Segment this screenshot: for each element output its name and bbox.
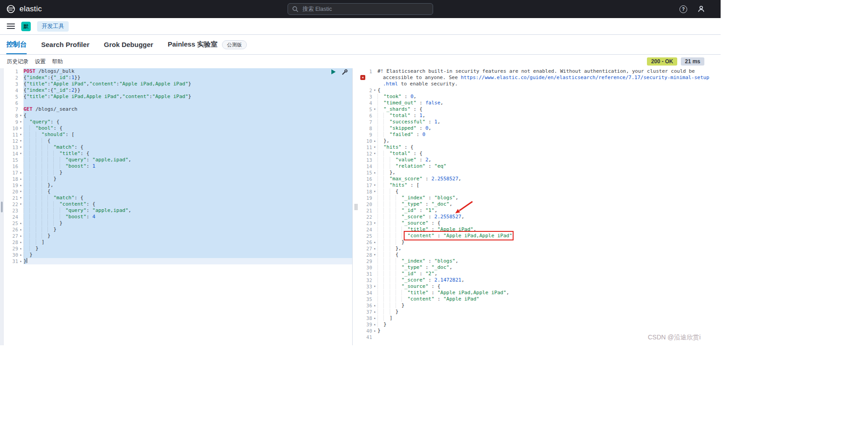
- gutter-line: 29: [359, 258, 377, 264]
- request-options-button[interactable]: [341, 69, 348, 75]
- gutter-line: 28▾: [359, 252, 377, 258]
- indent-guide: [396, 258, 401, 264]
- fold-toggle-icon[interactable]: ▾: [18, 138, 24, 144]
- global-search[interactable]: [288, 3, 433, 15]
- code-line: "content" : "Apple iPad,Apple iPad": [377, 233, 721, 239]
- collapsed-panel-strip[interactable]: [0, 68, 4, 345]
- fold-toggle-icon[interactable]: ▴: [372, 321, 377, 328]
- fold-toggle-icon[interactable]: ▾: [372, 182, 377, 188]
- fold-toggle-icon[interactable]: ▾: [18, 113, 24, 119]
- fold-toggle-icon[interactable]: ▾: [18, 195, 24, 201]
- history-link[interactable]: 历史记录: [7, 58, 28, 66]
- code-token: {: [24, 94, 27, 99]
- line-number: 38: [359, 315, 372, 321]
- indent-guide: [383, 119, 389, 125]
- code-token: "title": [60, 150, 80, 156]
- search-input[interactable]: [302, 5, 429, 13]
- fold-toggle-icon[interactable]: ▾: [18, 125, 24, 132]
- code-line: "_source" : {: [377, 283, 721, 290]
- code-token: : [: [407, 182, 420, 188]
- fold-toggle-icon[interactable]: ▴: [18, 245, 24, 252]
- indent-guide: [377, 176, 383, 182]
- fold-toggle-icon[interactable]: ▴: [372, 239, 377, 245]
- indent-guide: [42, 214, 47, 220]
- fold-toggle-icon[interactable]: ▴: [18, 169, 24, 176]
- fold-toggle-icon[interactable]: ▴: [372, 302, 377, 309]
- code-token: :: [425, 214, 434, 220]
- indent-guide: [377, 302, 383, 308]
- fold-toggle-icon[interactable]: ▴: [372, 328, 377, 334]
- fold-toggle-icon[interactable]: ▾: [18, 150, 24, 157]
- line-number: 28: [359, 252, 372, 258]
- fold-toggle-icon[interactable]: ▴: [18, 258, 24, 264]
- code-token: }: [47, 233, 51, 239]
- fold-spacer: [372, 290, 377, 296]
- fold-toggle-icon[interactable]: ▴: [18, 233, 24, 239]
- help-icon[interactable]: ?: [679, 5, 687, 13]
- fold-toggle-icon[interactable]: ▴: [372, 245, 377, 252]
- fold-toggle-icon[interactable]: ▾: [18, 201, 24, 207]
- gutter-line: 13: [359, 157, 377, 163]
- indent-guide: [42, 233, 47, 239]
- send-request-button[interactable]: [330, 69, 336, 75]
- fold-toggle-icon[interactable]: ▾: [18, 144, 24, 150]
- fold-toggle-icon[interactable]: ▴: [372, 309, 377, 315]
- fold-toggle-icon[interactable]: ▾: [372, 106, 377, 113]
- fold-toggle-icon[interactable]: ▾: [372, 220, 377, 226]
- elastic-logo[interactable]: elastic: [6, 5, 42, 14]
- code-token: ,: [449, 264, 453, 270]
- menu-icon[interactable]: [7, 24, 15, 29]
- fold-toggle-icon[interactable]: ▾: [18, 119, 24, 125]
- indent-guide: [377, 195, 383, 201]
- code-token: ,: [128, 207, 132, 213]
- fold-toggle-icon[interactable]: ▴: [372, 315, 377, 321]
- tab-console[interactable]: 控制台: [6, 35, 27, 54]
- fold-toggle-icon[interactable]: ▾: [372, 144, 377, 150]
- settings-link[interactable]: 设置: [35, 58, 46, 66]
- code-token: :: [86, 157, 92, 163]
- fold-toggle-icon[interactable]: ▴: [18, 252, 24, 258]
- code-token: "relation": [396, 163, 425, 169]
- code-line: "_shards" : {: [377, 106, 721, 113]
- request-code[interactable]: POST /blogs/_bulk{"index":{"_id":1}}{"ti…: [24, 68, 352, 345]
- response-editor[interactable]: 1×2▾345▾678910▴11▾12▾131415▴1617▾18▾1920…: [359, 68, 721, 345]
- fold-toggle-icon[interactable]: ▴: [372, 138, 377, 144]
- panel-expand-handle[interactable]: [1, 202, 3, 212]
- fold-toggle-icon[interactable]: ▾: [372, 188, 377, 195]
- code-token: "hits": [383, 144, 401, 150]
- space-badge[interactable]: 默: [21, 22, 31, 31]
- fold-toggle-icon[interactable]: ▾: [372, 87, 377, 94]
- indent-guide: [24, 207, 29, 213]
- fold-toggle-icon[interactable]: ▾: [18, 132, 24, 138]
- code-token: "index": [27, 75, 47, 80]
- fold-toggle-icon[interactable]: ▴: [18, 220, 24, 226]
- code-line: "_id" : "1",: [377, 207, 721, 214]
- code-token: "Apple iPad": [51, 81, 86, 87]
- brand-text: elastic: [19, 5, 42, 14]
- user-icon[interactable]: [697, 5, 705, 13]
- code-token: ,: [434, 271, 438, 277]
- code-token: {: [47, 138, 51, 144]
- fold-toggle-icon[interactable]: ▴: [18, 239, 24, 245]
- help-link[interactable]: 帮助: [52, 58, 63, 66]
- fold-toggle-icon[interactable]: ▴: [18, 176, 24, 182]
- indent-guide: [377, 138, 383, 144]
- code-token: https://www.elastic.co/guide/en/elastics…: [461, 75, 709, 80]
- indent-guide: [383, 277, 389, 283]
- fold-toggle-icon[interactable]: ▾: [372, 150, 377, 157]
- gutter-line: 23▾: [359, 220, 377, 226]
- tab-grok-debugger[interactable]: Grok Debugger: [104, 35, 153, 54]
- pane-resizer[interactable]: [352, 68, 359, 345]
- fold-toggle-icon[interactable]: ▾: [18, 188, 24, 195]
- tab-painless-lab[interactable]: Painless 实验室 公测版: [168, 35, 247, 54]
- code-line: .html to enable security.: [377, 81, 721, 87]
- tab-search-profiler[interactable]: Search Profiler: [41, 35, 90, 54]
- fold-toggle-icon[interactable]: ▴: [18, 226, 24, 233]
- fold-toggle-icon[interactable]: ▴: [18, 182, 24, 188]
- request-editor[interactable]: 12345678▾9▾10▾11▾12▾13▾14▾151617▴18▴19▴2…: [4, 68, 352, 345]
- code-token: "_source": [401, 220, 429, 226]
- fold-toggle-icon[interactable]: ▾: [372, 283, 377, 290]
- fold-toggle-icon[interactable]: ▾: [372, 252, 377, 258]
- fold-toggle-icon[interactable]: ▴: [372, 169, 377, 176]
- breadcrumb-devtools[interactable]: 开发工具: [37, 21, 69, 32]
